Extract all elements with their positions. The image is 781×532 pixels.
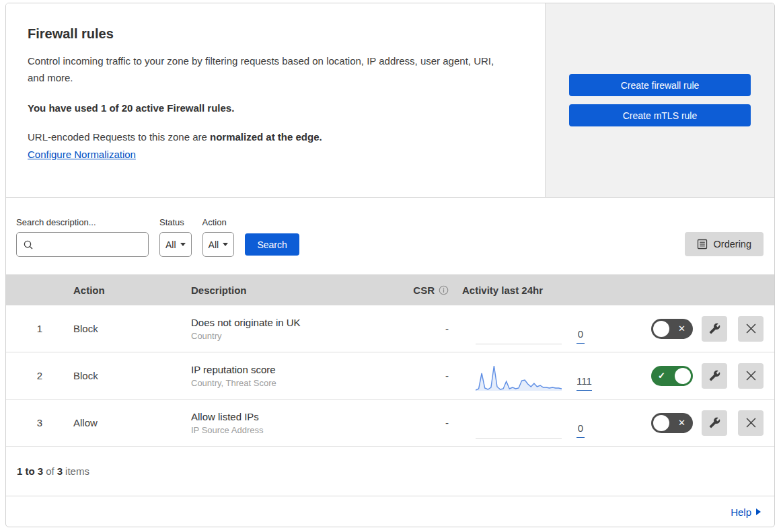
rule-priority: 1 — [6, 323, 73, 334]
search-group: Search description... — [16, 217, 149, 257]
help-row: Help — [6, 496, 774, 527]
pagination-items: items — [65, 465, 89, 477]
wrench-icon — [709, 417, 720, 428]
delete-rule-button[interactable] — [738, 316, 764, 342]
action-column-header: Action — [73, 284, 191, 296]
rule-enabled-toggle[interactable]: ✓ — [651, 366, 693, 386]
close-icon — [746, 324, 756, 334]
table-row: 3 Allow Allow listed IPs IP Source Addre… — [6, 400, 774, 447]
firewall-rules-page: Firewall rules Control incoming traffic … — [5, 3, 775, 527]
chevron-down-icon — [180, 243, 186, 246]
pagination-of: of — [46, 465, 54, 477]
rule-activity-cell: 111 — [455, 352, 624, 399]
rule-enabled-toggle[interactable]: ✕ — [651, 413, 693, 433]
create-firewall-rule-button[interactable]: Create firewall rule — [569, 74, 751, 96]
toggle-off-x-icon: ✕ — [678, 324, 685, 333]
description-column-header: Description — [191, 284, 396, 296]
rule-action: Block — [73, 370, 191, 381]
ordering-button[interactable]: Ordering — [685, 232, 764, 256]
action-selected-value: All — [209, 239, 219, 250]
csr-header-label: CSR — [413, 284, 435, 296]
toggle-off-x-icon: ✕ — [678, 418, 685, 427]
edit-rule-button[interactable] — [702, 316, 727, 342]
page-description: Control incoming traffic to your zone by… — [28, 52, 505, 86]
csr-column-header: CSR — [396, 284, 455, 296]
pagination: 1 to 3 of 3 items — [6, 447, 774, 496]
rule-controls: ✓ — [624, 352, 774, 399]
close-icon — [746, 371, 756, 381]
rules-table: Action Description CSR Activity last 24h… — [6, 274, 774, 447]
rule-fields: IP Source Address — [191, 425, 396, 435]
normalization-text: URL-encoded Requests to this zone are no… — [28, 131, 517, 143]
filter-bar: Search description... Status All Action — [6, 198, 774, 274]
table-row: 2 Block IP reputation score Country, Thr… — [6, 352, 774, 400]
status-select[interactable]: All — [159, 232, 192, 257]
rule-controls: ✕ — [624, 305, 774, 352]
info-icon[interactable] — [439, 285, 449, 295]
rule-activity-cell: 0 — [455, 400, 624, 446]
edit-rule-button[interactable] — [702, 410, 727, 436]
usage-text: You have used 1 of 20 active Firewall ru… — [28, 102, 517, 114]
page-title: Firewall rules — [28, 26, 517, 42]
help-link[interactable]: Help — [731, 506, 751, 518]
activity-column-header: Activity last 24hr — [455, 284, 624, 296]
help-arrow-icon — [756, 508, 761, 515]
rule-activity-cell: 0 — [455, 305, 624, 352]
rule-fields: Country — [191, 331, 396, 341]
rule-description: Allow listed IPs — [191, 411, 396, 422]
delete-rule-button[interactable] — [738, 363, 764, 389]
activity-count-link[interactable]: 0 — [577, 422, 585, 438]
rule-csr-value: - — [396, 417, 455, 428]
normalization-bold: normalized at the edge. — [210, 131, 322, 143]
pagination-range: 1 to 3 — [17, 465, 43, 477]
rule-description-cell: IP reputation score Country, Threat Scor… — [191, 364, 396, 388]
status-group: Status All — [159, 217, 192, 257]
rule-action: Block — [73, 323, 191, 334]
pagination-total: 3 — [57, 465, 63, 477]
table-row: 1 Block Does not originate in UK Country… — [6, 305, 774, 352]
chevron-down-icon — [223, 243, 228, 246]
status-label: Status — [159, 217, 192, 228]
toggle-knob — [653, 415, 669, 431]
activity-count-link[interactable]: 0 — [577, 328, 585, 344]
action-label: Action — [202, 217, 235, 228]
header-content: Firewall rules Control incoming traffic … — [6, 3, 546, 197]
rule-csr-value: - — [396, 370, 455, 381]
header-section: Firewall rules Control incoming traffic … — [6, 3, 774, 198]
status-selected-value: All — [165, 239, 176, 250]
search-icon — [24, 240, 33, 250]
delete-rule-button[interactable] — [738, 410, 764, 436]
search-input[interactable] — [38, 239, 143, 250]
table-header-row: Action Description CSR Activity last 24h… — [6, 274, 774, 305]
rule-description-cell: Does not originate in UK Country — [191, 317, 396, 341]
rule-description: IP reputation score — [191, 364, 396, 375]
create-mtls-rule-button[interactable]: Create mTLS rule — [569, 104, 751, 126]
activity-count-link[interactable]: 111 — [577, 375, 592, 391]
rule-csr-value: - — [396, 323, 455, 334]
rule-controls: ✕ — [624, 400, 774, 446]
edit-rule-button[interactable] — [702, 363, 727, 389]
activity-sparkline — [476, 412, 562, 439]
toggle-on-check-icon: ✓ — [658, 371, 665, 380]
search-button[interactable]: Search — [245, 233, 299, 256]
rule-priority: 2 — [6, 370, 73, 381]
filter-controls: Search description... Status All Action — [16, 217, 299, 257]
ordering-button-label: Ordering — [714, 239, 751, 250]
rule-action: Allow — [73, 417, 191, 428]
rule-description-cell: Allow listed IPs IP Source Address — [191, 411, 396, 435]
ordered-list-icon — [697, 239, 708, 250]
action-group: Action All — [202, 217, 235, 257]
activity-sparkline — [476, 365, 562, 391]
header-actions-panel: Create firewall rule Create mTLS rule — [546, 3, 774, 197]
wrench-icon — [709, 370, 720, 381]
rule-priority: 3 — [6, 417, 73, 428]
wrench-icon — [709, 323, 720, 334]
normalization-prefix: URL-encoded Requests to this zone are — [28, 131, 210, 143]
search-label: Search description... — [16, 217, 149, 228]
action-select[interactable]: All — [202, 232, 235, 257]
rule-description: Does not originate in UK — [191, 317, 396, 328]
configure-normalization-link[interactable]: Configure Normalization — [28, 149, 136, 160]
rule-enabled-toggle[interactable]: ✕ — [651, 319, 693, 339]
close-icon — [746, 418, 756, 428]
activity-sparkline — [476, 317, 562, 344]
